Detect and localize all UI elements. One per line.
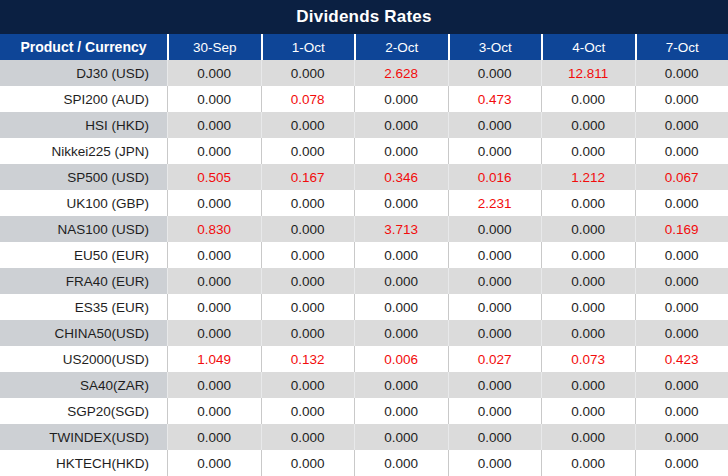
rate-value: 0.000	[541, 450, 635, 476]
rate-value: 0.000	[635, 424, 728, 450]
product-label: EU50 (EUR)	[0, 242, 167, 268]
table-body: DJ30 (USD)0.0000.0002.6280.00012.8110.00…	[0, 60, 728, 476]
rate-value: 0.000	[541, 112, 635, 138]
rate-value: 0.000	[635, 372, 728, 398]
rate-value: 0.167	[261, 164, 355, 190]
rate-value: 0.000	[354, 242, 448, 268]
rate-value: 0.000	[261, 242, 355, 268]
product-label: SGP20(SGD)	[0, 398, 167, 424]
column-header-4-oct: 4-Oct	[541, 34, 635, 60]
rate-value: 1.049	[167, 346, 261, 372]
rate-value: 0.000	[635, 112, 728, 138]
rate-value: 0.000	[167, 294, 261, 320]
column-header-2-oct: 2-Oct	[354, 34, 448, 60]
rate-value: 0.132	[261, 346, 355, 372]
rate-value: 0.000	[261, 372, 355, 398]
table-header-row: Product / Currency 30-Sep1-Oct2-Oct3-Oct…	[0, 34, 728, 60]
dividends-rates-panel: Dividends Rates Product / Currency 30-Se…	[0, 0, 728, 476]
product-label: HKTECH(HKD)	[0, 450, 167, 476]
rate-value: 0.423	[635, 346, 728, 372]
rate-value: 0.000	[448, 372, 542, 398]
column-header-product-currency: Product / Currency	[0, 34, 167, 60]
rate-value: 0.000	[261, 190, 355, 216]
table-row: Nikkei225 (JPN)0.0000.0000.0000.0000.000…	[0, 138, 728, 164]
rate-value: 12.811	[541, 60, 635, 86]
rate-value: 0.027	[448, 346, 542, 372]
column-header-1-oct: 1-Oct	[261, 34, 355, 60]
table-row: US2000(USD)1.0490.1320.0060.0270.0730.42…	[0, 346, 728, 372]
rate-value: 0.073	[541, 346, 635, 372]
rate-value: 0.000	[167, 190, 261, 216]
rate-value: 0.000	[635, 320, 728, 346]
rate-value: 0.000	[261, 216, 355, 242]
table-row: DJ30 (USD)0.0000.0002.6280.00012.8110.00…	[0, 60, 728, 86]
rate-value: 0.000	[541, 242, 635, 268]
rate-value: 0.000	[261, 398, 355, 424]
column-header-7-oct: 7-Oct	[635, 34, 728, 60]
table-row: HKTECH(HKD)0.0000.0000.0000.0000.0000.00…	[0, 450, 728, 476]
rate-value: 0.000	[261, 138, 355, 164]
table-row: UK100 (GBP)0.0000.0000.0002.2310.0000.00…	[0, 190, 728, 216]
table-row: SP500 (USD)0.5050.1670.3460.0161.2120.06…	[0, 164, 728, 190]
rate-value: 0.000	[635, 450, 728, 476]
table-row: NAS100 (USD)0.8300.0003.7130.0000.0000.1…	[0, 216, 728, 242]
rate-value: 0.000	[635, 242, 728, 268]
rate-value: 0.000	[167, 372, 261, 398]
rate-value: 0.000	[448, 294, 542, 320]
rate-value: 2.628	[354, 60, 448, 86]
rate-value: 0.000	[261, 294, 355, 320]
rate-value: 0.000	[167, 60, 261, 86]
rate-value: 0.000	[354, 320, 448, 346]
table-row: SPI200 (AUD)0.0000.0780.0000.4730.0000.0…	[0, 86, 728, 112]
rate-value: 0.006	[354, 346, 448, 372]
rate-value: 0.000	[167, 450, 261, 476]
rate-value: 0.000	[354, 398, 448, 424]
rate-value: 0.000	[635, 398, 728, 424]
rate-value: 0.000	[354, 138, 448, 164]
table-row: SA40(ZAR)0.0000.0000.0000.0000.0000.000	[0, 372, 728, 398]
product-label: US2000(USD)	[0, 346, 167, 372]
rate-value: 0.000	[541, 216, 635, 242]
rate-value: 0.000	[448, 398, 542, 424]
rate-value: 0.078	[261, 86, 355, 112]
rate-value: 3.713	[354, 216, 448, 242]
rate-value: 0.505	[167, 164, 261, 190]
rate-value: 0.000	[448, 60, 542, 86]
rate-value: 0.000	[261, 424, 355, 450]
rate-value: 0.000	[354, 424, 448, 450]
table-row: TWINDEX(USD)0.0000.0000.0000.0000.0000.0…	[0, 424, 728, 450]
rate-value: 0.000	[354, 86, 448, 112]
product-label: CHINA50(USD)	[0, 320, 167, 346]
rate-value: 0.000	[541, 398, 635, 424]
rate-value: 0.000	[261, 112, 355, 138]
rate-value: 0.000	[635, 294, 728, 320]
rate-value: 0.000	[448, 268, 542, 294]
rate-value: 0.000	[541, 268, 635, 294]
rate-value: 0.000	[635, 268, 728, 294]
product-label: FRA40 (EUR)	[0, 268, 167, 294]
rate-value: 0.000	[261, 60, 355, 86]
column-header-3-oct: 3-Oct	[448, 34, 542, 60]
product-label: NAS100 (USD)	[0, 216, 167, 242]
product-label: HSI (HKD)	[0, 112, 167, 138]
rate-value: 0.000	[167, 398, 261, 424]
rate-value: 0.000	[354, 372, 448, 398]
column-header-30-sep: 30-Sep	[167, 34, 261, 60]
rate-value: 0.067	[635, 164, 728, 190]
rate-value: 0.346	[354, 164, 448, 190]
rate-value: 0.000	[167, 424, 261, 450]
table-row: SGP20(SGD)0.0000.0000.0000.0000.0000.000	[0, 398, 728, 424]
rate-value: 0.000	[541, 372, 635, 398]
rate-value: 0.000	[448, 112, 542, 138]
rate-value: 0.000	[354, 294, 448, 320]
rate-value: 0.000	[448, 424, 542, 450]
rate-value: 0.000	[354, 450, 448, 476]
table-row: EU50 (EUR)0.0000.0000.0000.0000.0000.000	[0, 242, 728, 268]
rate-value: 0.000	[541, 86, 635, 112]
rate-value: 0.016	[448, 164, 542, 190]
product-label: SP500 (USD)	[0, 164, 167, 190]
rate-value: 0.000	[261, 450, 355, 476]
product-label: TWINDEX(USD)	[0, 424, 167, 450]
rate-value: 0.000	[541, 190, 635, 216]
rate-value: 0.000	[541, 424, 635, 450]
